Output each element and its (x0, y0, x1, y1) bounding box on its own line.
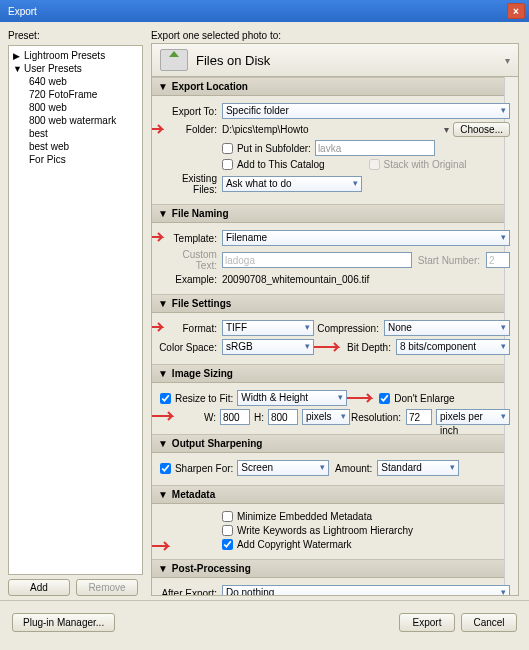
preset-item[interactable]: best (11, 127, 140, 140)
chevron-down-icon: ▼ (158, 438, 168, 449)
write-keywords-checkbox[interactable] (222, 525, 233, 536)
section-export-location[interactable]: ▼Export Location (152, 77, 518, 96)
resize-mode-select[interactable]: Width & Height (237, 390, 347, 406)
add-button[interactable]: Add (8, 579, 70, 596)
resize-label: Resize to Fit: (175, 393, 233, 404)
resolution-input[interactable] (406, 409, 432, 425)
watermark-label: Add Copyright Watermark (237, 539, 352, 550)
title-bar: Export × (0, 0, 529, 22)
after-export-label: After Export: (160, 588, 222, 597)
section-sharpening[interactable]: ▼Output Sharpening (152, 434, 518, 453)
dont-enlarge-checkbox[interactable] (379, 393, 390, 404)
preset-item[interactable]: best web (11, 140, 140, 153)
arrow-annotation (151, 231, 170, 243)
close-icon: × (513, 6, 519, 17)
amount-select[interactable]: Standard (377, 460, 459, 476)
existing-label: Existing Files: (160, 173, 222, 195)
subfolder-input[interactable] (315, 140, 435, 156)
remove-button: Remove (76, 579, 138, 596)
sharpen-checkbox[interactable] (160, 463, 171, 474)
preset-tree[interactable]: ▶Lightroom Presets ▼User Presets 640 web… (8, 45, 143, 575)
destination-header[interactable]: Files on Disk ▾ (151, 43, 519, 77)
add-catalog-label: Add to This Catalog (237, 159, 325, 170)
custom-text-label: Custom Text: (160, 249, 222, 271)
arrow-annotation (151, 461, 158, 473)
stack-label: Stack with Original (384, 159, 467, 170)
dropdown-icon: ▾ (505, 55, 510, 66)
arrow-annotation (310, 341, 346, 353)
existing-files-select[interactable]: Ask what to do (222, 176, 362, 192)
chevron-down-icon: ▼ (158, 368, 168, 379)
bitdepth-label: Bit Depth: (346, 342, 396, 353)
arrow-annotation (151, 123, 170, 135)
put-subfolder-checkbox[interactable] (222, 143, 233, 154)
example-label: Example: (160, 274, 222, 285)
chevron-down-icon: ▼ (158, 563, 168, 574)
arrow-annotation (151, 540, 176, 552)
colorspace-select[interactable]: sRGB (222, 339, 314, 355)
format-select[interactable]: TIFF (222, 320, 314, 336)
colorspace-label: Color Space: (151, 342, 222, 353)
plugin-manager-button[interactable]: Plug-in Manager... (12, 613, 115, 632)
chevron-down-icon: ▼ (158, 81, 168, 92)
dont-enlarge-label: Don't Enlarge (394, 393, 454, 404)
start-number-input (486, 252, 510, 268)
export-button[interactable]: Export (399, 613, 455, 632)
preset-item[interactable]: 720 FotoFrame (11, 88, 140, 101)
resolution-unit-select[interactable]: pixels per inch (436, 409, 510, 425)
preset-label: Preset: (8, 30, 143, 41)
preset-item[interactable]: 800 web (11, 101, 140, 114)
export-to-select[interactable]: Specific folder (222, 103, 510, 119)
resolution-label: Resolution: (350, 412, 406, 423)
section-image-sizing[interactable]: ▼Image Sizing (152, 364, 518, 383)
sharpen-for-select[interactable]: Screen (237, 460, 329, 476)
folder-path: D:\pics\temp\Howto (222, 124, 440, 135)
section-post-processing[interactable]: ▼Post-Processing (152, 559, 518, 578)
export-count-label: Export one selected photo to: (151, 30, 519, 41)
preset-group-lightroom[interactable]: ▶Lightroom Presets (11, 49, 140, 62)
start-number-label: Start Number: (418, 255, 480, 266)
sharpen-label: Sharpen For: (175, 463, 233, 474)
preset-item[interactable]: For Pics (11, 153, 140, 166)
size-unit-select[interactable]: pixels (302, 409, 350, 425)
section-file-settings[interactable]: ▼File Settings (152, 294, 518, 313)
chevron-down-icon: ▼ (13, 64, 21, 74)
put-subfolder-label: Put in Subfolder: (237, 143, 311, 154)
resize-checkbox[interactable] (160, 393, 171, 404)
close-button[interactable]: × (507, 3, 525, 19)
chevron-down-icon: ▼ (158, 208, 168, 219)
choose-folder-button[interactable]: Choose... (453, 122, 510, 137)
arrow-annotation (151, 340, 154, 352)
example-text: 20090708_whitemountain_006.tif (222, 274, 369, 285)
disk-export-icon (160, 49, 188, 71)
w-label: W: (204, 412, 216, 423)
dropdown-icon[interactable]: ▾ (444, 124, 449, 135)
preset-item[interactable]: 640 web (11, 75, 140, 88)
arrow-annotation (347, 392, 379, 404)
minimize-label: Minimize Embedded Metadata (237, 511, 372, 522)
width-input[interactable] (220, 409, 250, 425)
destination-title: Files on Disk (196, 53, 270, 68)
template-select[interactable]: Filename (222, 230, 510, 246)
preset-group-user[interactable]: ▼User Presets (11, 62, 140, 75)
arrow-annotation (151, 321, 170, 333)
h-label: H: (254, 412, 264, 423)
compression-select[interactable]: None (384, 320, 510, 336)
section-metadata[interactable]: ▼Metadata (152, 485, 518, 504)
cancel-button[interactable]: Cancel (461, 613, 517, 632)
watermark-checkbox[interactable] (222, 539, 233, 550)
custom-text-input (222, 252, 412, 268)
arrow-annotation (151, 410, 180, 422)
minimize-metadata-checkbox[interactable] (222, 511, 233, 522)
compression-label: Compression: (314, 323, 384, 334)
stack-checkbox (369, 159, 380, 170)
add-catalog-checkbox[interactable] (222, 159, 233, 170)
section-file-naming[interactable]: ▼File Naming (152, 204, 518, 223)
chevron-down-icon: ▼ (158, 298, 168, 309)
after-export-select[interactable]: Do nothing (222, 585, 510, 596)
height-input[interactable] (268, 409, 298, 425)
bitdepth-select[interactable]: 8 bits/component (396, 339, 510, 355)
amount-label: Amount: (329, 463, 377, 474)
window-title: Export (8, 6, 37, 17)
preset-item[interactable]: 800 web watermark (11, 114, 140, 127)
